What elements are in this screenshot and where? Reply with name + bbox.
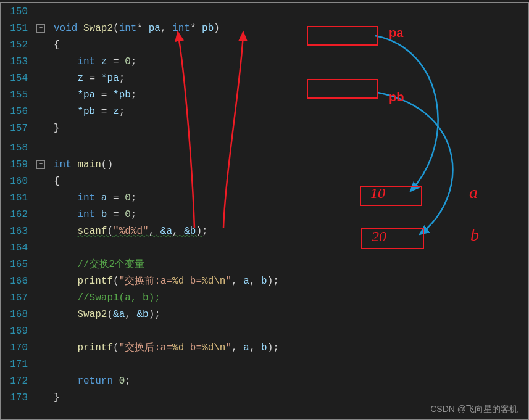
code-content: return 0; xyxy=(35,376,131,387)
code-content: Swap2(&a, &b); xyxy=(35,309,160,320)
line-number: 150 xyxy=(1,6,35,17)
line-number: 157 xyxy=(1,123,35,134)
line-number: 163 xyxy=(1,226,35,237)
line-number: 167 xyxy=(1,292,35,303)
line-number: 152 xyxy=(1,39,35,51)
box-pa xyxy=(307,26,378,46)
code-editor: 150 151 − void Swap2(int* pa, int* pb) 1… xyxy=(0,0,529,420)
line-number: 155 xyxy=(1,89,35,101)
line-number: 169 xyxy=(1,326,35,337)
code-line: 152 { xyxy=(1,36,528,53)
code-content: } xyxy=(35,123,60,134)
box-a xyxy=(360,186,422,206)
code-content: int main() xyxy=(35,159,113,170)
code-line: 166 printf("交换前:a=%d b=%d\n", a, b); xyxy=(1,273,528,289)
line-number: 173 xyxy=(1,392,35,403)
code-line: 154 z = *pa; xyxy=(1,70,528,86)
line-number: 164 xyxy=(1,242,35,253)
code-line: 155 *pa = *pb; xyxy=(1,86,528,103)
code-line: 160 { xyxy=(1,173,528,189)
box-pb xyxy=(307,79,378,99)
line-number: 168 xyxy=(1,309,35,320)
watermark: CSDN @飞向星的客机 xyxy=(430,404,518,415)
line-number: 170 xyxy=(1,342,35,353)
line-number: 151 xyxy=(1,23,35,34)
code-line: 150 xyxy=(1,3,528,20)
code-line: 151 − void Swap2(int* pa, int* pb) xyxy=(1,20,528,36)
line-number: 172 xyxy=(1,376,35,387)
line-number: 171 xyxy=(1,359,35,370)
box-b xyxy=(361,228,424,249)
line-number: 161 xyxy=(1,192,35,204)
code-content: int z = 0; xyxy=(35,56,136,67)
label-pa: pa xyxy=(389,26,403,40)
code-line: 158 xyxy=(1,139,528,156)
line-number: 165 xyxy=(1,259,35,270)
code-line: 163 scanf("%d%d", &a, &b); xyxy=(1,223,528,239)
code-line: 153 int z = 0; xyxy=(1,53,528,70)
code-line: 168 Swap2(&a, &b); xyxy=(1,306,528,323)
line-number: 162 xyxy=(1,209,35,220)
code-content: //Swap1(a, b); xyxy=(35,292,160,303)
code-line: 167 //Swap1(a, b); xyxy=(1,289,528,306)
code-line: 161 int a = 0; xyxy=(1,189,528,206)
code-content: z = *pa; xyxy=(35,73,125,84)
code-content: void Swap2(int* pa, int* pb) xyxy=(35,23,220,34)
line-number: 159 xyxy=(1,159,35,170)
code-content: { xyxy=(35,39,60,51)
code-content: { xyxy=(35,176,60,187)
code-line: 156 *pb = z; xyxy=(1,103,528,120)
line-number: 160 xyxy=(1,176,35,187)
value-b: 20 xyxy=(372,228,386,245)
line-number: 158 xyxy=(1,142,35,154)
code-content: int b = 0; xyxy=(35,209,136,220)
code-content: *pb = z; xyxy=(35,106,125,117)
code-content: printf("交换前:a=%d b=%d\n", a, b); xyxy=(35,274,279,287)
label-b: b xyxy=(470,225,479,245)
code-line: 172 return 0; xyxy=(1,373,528,389)
code-line: 159 − int main() xyxy=(1,156,528,173)
code-line: 157 } xyxy=(1,120,528,136)
label-pb: pb xyxy=(389,90,404,104)
region-separator xyxy=(55,138,472,138)
code-line: 162 int b = 0; xyxy=(1,206,528,223)
line-number: 153 xyxy=(1,56,35,67)
line-number: 166 xyxy=(1,276,35,287)
label-a: a xyxy=(469,183,478,202)
code-line: 165 //交换2个变量 xyxy=(1,256,528,273)
code-content: scanf("%d%d", &a, &b); xyxy=(35,226,208,237)
code-content: int a = 0; xyxy=(35,192,136,204)
code-content: printf("交换后:a=%d b=%d\n", a, b); xyxy=(35,341,279,354)
code-content: *pa = *pb; xyxy=(35,89,136,101)
code-content: } xyxy=(35,392,60,403)
code-line: 169 xyxy=(1,323,528,339)
value-a: 10 xyxy=(370,185,385,202)
editor-viewport: 150 151 − void Swap2(int* pa, int* pb) 1… xyxy=(0,2,529,420)
code-line: 170 printf("交换后:a=%d b=%d\n", a, b); xyxy=(1,339,528,356)
code-content: //交换2个变量 xyxy=(35,258,144,271)
line-number: 156 xyxy=(1,106,35,117)
code-line: 164 xyxy=(1,239,528,256)
line-number: 154 xyxy=(1,73,35,84)
code-line: 173 } xyxy=(1,389,528,406)
code-line: 171 xyxy=(1,356,528,373)
